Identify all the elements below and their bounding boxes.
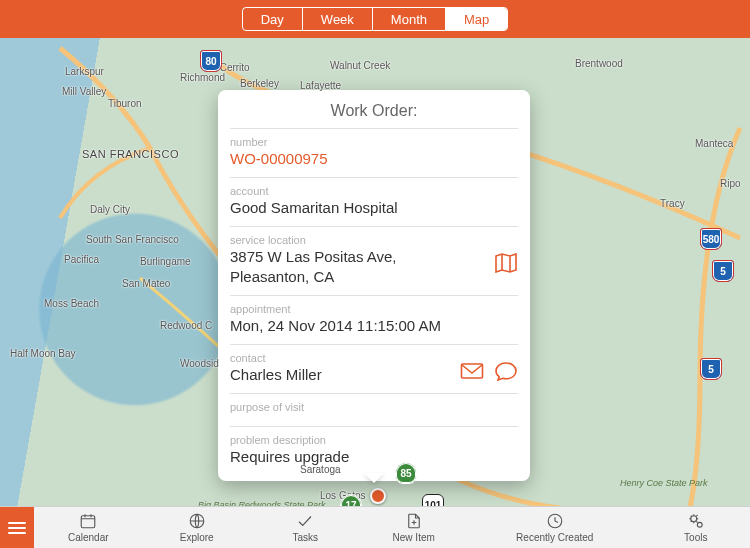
map-city-label: San Mateo — [122, 278, 170, 289]
map-city-label: Larkspur — [65, 66, 104, 77]
tab-recently-created[interactable]: Recently Created — [468, 507, 642, 548]
map-city-label: Burlingame — [140, 256, 191, 267]
map-city-label: Woodsid — [180, 358, 219, 369]
tab-label: Calendar — [68, 532, 109, 543]
new-item-icon — [405, 512, 423, 530]
map-city-label: Daly City — [90, 204, 130, 215]
work-order-popup: Work Order: number WO-00000975 account G… — [218, 90, 530, 481]
tab-label: Tasks — [292, 532, 318, 543]
header-bar: Day Week Month Map — [0, 0, 750, 38]
field-number[interactable]: number WO-00000975 — [230, 128, 518, 177]
seg-week[interactable]: Week — [303, 8, 373, 30]
email-icon[interactable] — [460, 361, 484, 381]
tab-tasks[interactable]: Tasks — [251, 507, 359, 548]
field-label: problem description — [230, 433, 518, 447]
svg-point-5 — [697, 522, 702, 527]
field-problem[interactable]: problem description Requires upgrade — [230, 426, 518, 475]
map-city-label: Tiburon — [108, 98, 142, 109]
tab-label: New Item — [393, 532, 435, 543]
seg-day[interactable]: Day — [243, 8, 303, 30]
tab-label: Recently Created — [516, 532, 593, 543]
map-city-label: Pacifica — [64, 254, 99, 265]
map-park-label: Henry Coe State Park — [620, 478, 708, 488]
map-city-label: Saratoga — [300, 464, 341, 475]
field-contact[interactable]: contact Charles Miller — [230, 344, 518, 393]
route-shield: 5 — [712, 260, 734, 282]
menu-button[interactable] — [0, 507, 34, 548]
map-city-label: Brentwood — [575, 58, 623, 69]
route-shield: 5 — [700, 358, 722, 380]
route-shield: 580 — [700, 228, 722, 250]
field-label: service location — [230, 233, 518, 247]
map-city-label: SAN FRANCISCO — [82, 148, 179, 160]
map-city-label: Tracy — [660, 198, 685, 209]
field-label: number — [230, 135, 518, 149]
route-shield: 101 — [422, 494, 444, 506]
seg-map[interactable]: Map — [446, 8, 507, 30]
map-city-label: Lafayette — [300, 80, 341, 91]
field-label: purpose of visit — [230, 400, 518, 418]
hamburger-icon — [8, 527, 26, 529]
map-city-label: Richmond — [180, 72, 225, 83]
map-city-label: Redwood C — [160, 320, 212, 331]
calendar-icon — [79, 512, 97, 530]
field-appointment[interactable]: appointment Mon, 24 Nov 2014 11:15:00 AM — [230, 295, 518, 344]
globe-icon — [188, 512, 206, 530]
map-city-label: Manteca — [695, 138, 733, 149]
map-city-label: Mill Valley — [62, 86, 106, 97]
tab-explore[interactable]: Explore — [142, 507, 250, 548]
map-icon[interactable] — [494, 253, 518, 273]
field-value: 3875 W Las Positas Ave, Pleasanton, CA — [230, 247, 518, 287]
map-city-label: Ripo — [720, 178, 741, 189]
field-service-location[interactable]: service location 3875 W Las Positas Ave,… — [230, 226, 518, 295]
tab-label: Explore — [180, 532, 214, 543]
field-value: Mon, 24 Nov 2014 11:15:00 AM — [230, 316, 518, 336]
tab-new-item[interactable]: New Item — [359, 507, 467, 548]
map-city-label: South San Francisco — [86, 234, 179, 245]
route-shield: 80 — [200, 50, 222, 72]
tab-tools[interactable]: Tools — [642, 507, 750, 548]
check-icon — [296, 512, 314, 530]
field-label: account — [230, 184, 518, 198]
map-city-label: Half Moon Bay — [10, 348, 76, 359]
tab-calendar[interactable]: Calendar — [34, 507, 142, 548]
tab-label: Tools — [684, 532, 707, 543]
field-label: appointment — [230, 302, 518, 316]
svg-rect-1 — [81, 516, 95, 528]
seg-month[interactable]: Month — [373, 8, 446, 30]
gears-icon — [687, 512, 705, 530]
field-value: Requires upgrade — [230, 447, 518, 467]
clock-icon — [546, 512, 564, 530]
map-city-label: Walnut Creek — [330, 60, 390, 71]
field-account[interactable]: account Good Samaritan Hospital — [230, 177, 518, 226]
field-value: WO-00000975 — [230, 149, 518, 169]
chat-icon[interactable] — [494, 361, 518, 381]
route-shield: 85 — [395, 462, 417, 484]
map-city-label: Berkeley — [240, 78, 279, 89]
field-purpose[interactable]: purpose of visit — [230, 393, 518, 426]
view-segmented-control: Day Week Month Map — [242, 7, 509, 31]
field-value: Good Samaritan Hospital — [230, 198, 518, 218]
bottom-tabbar: Calendar Explore Tasks New Item Recently… — [0, 506, 750, 548]
map-view[interactable]: Work Order: number WO-00000975 account G… — [0, 38, 750, 506]
popup-title: Work Order: — [230, 100, 518, 128]
map-city-label: Moss Beach — [44, 298, 99, 309]
